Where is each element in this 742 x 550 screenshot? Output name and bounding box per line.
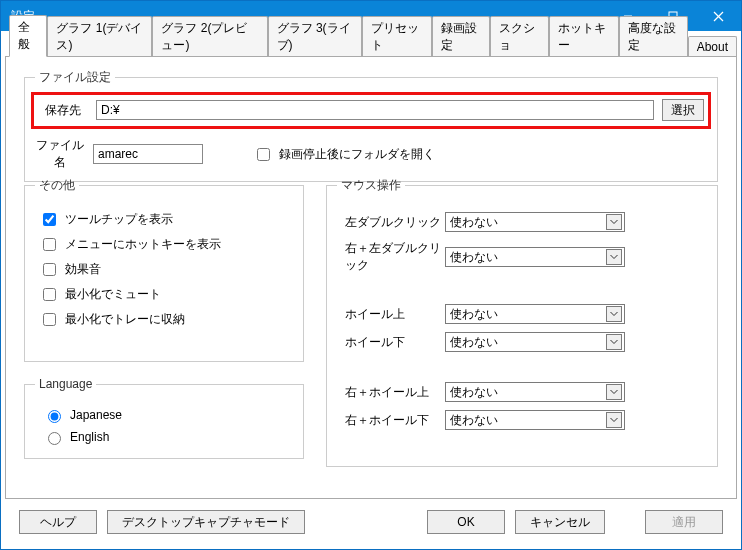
opt-sound[interactable]: 効果音 (39, 260, 293, 279)
save-path-row-highlight: 保存先 選択 (31, 92, 711, 129)
file-settings-legend: ファイル設定 (35, 69, 115, 86)
open-folder-after-stop-label: 録画停止後にフォルダを開く (279, 146, 435, 163)
desktop-capture-mode-button[interactable]: デスクトップキャプチャモード (107, 510, 305, 534)
help-button[interactable]: ヘルプ (19, 510, 97, 534)
tab-advanced[interactable]: 高度な設定 (619, 16, 688, 57)
opt-menu-hotkey-checkbox[interactable] (43, 238, 56, 251)
save-path-label: 保存先 (38, 102, 88, 119)
cancel-button[interactable]: キャンセル (515, 510, 605, 534)
language-legend: Language (35, 377, 96, 391)
language-group: Language Japanese English (24, 377, 304, 459)
lang-japanese[interactable]: Japanese (43, 407, 293, 423)
file-settings-group: ファイル設定 保存先 選択 ファイル名 録画停止後にフォルダを開く (24, 69, 718, 182)
tab-record[interactable]: 録画設定 (432, 16, 491, 57)
opt-tooltip[interactable]: ツールチップを表示 (39, 210, 293, 229)
chevron-down-icon (606, 306, 622, 322)
mouse-row-left-dbl: 左ダブルクリック 使わない (345, 212, 707, 232)
ok-button[interactable]: OK (427, 510, 505, 534)
browse-button[interactable]: 選択 (662, 99, 704, 121)
mouse-row-right-left-dbl: 右＋左ダブルクリック 使わない (345, 240, 707, 274)
opt-tooltip-checkbox[interactable] (43, 213, 56, 226)
chevron-down-icon (606, 334, 622, 350)
tab-graph3[interactable]: グラフ 3(ライブ) (268, 16, 363, 57)
close-button[interactable] (695, 1, 741, 31)
mouse-label-wheel-up: ホイール上 (345, 306, 445, 323)
mouse-label-right-wheel-up: 右＋ホイール上 (345, 384, 445, 401)
save-path-input[interactable] (96, 100, 654, 120)
mouse-label-left-dbl: 左ダブルクリック (345, 214, 445, 231)
opt-sound-checkbox[interactable] (43, 263, 56, 276)
open-folder-after-stop[interactable]: 録画停止後にフォルダを開く (253, 145, 435, 164)
mouse-combo-wheel-down[interactable]: 使わない (445, 332, 625, 352)
opt-minimize-mute[interactable]: 最小化でミュート (39, 285, 293, 304)
mouse-row-right-wheel-down: 右＋ホイール下 使わない (345, 410, 707, 430)
mouse-label-right-left-dbl: 右＋左ダブルクリック (345, 240, 445, 274)
mouse-combo-right-wheel-up[interactable]: 使わない (445, 382, 625, 402)
opt-minimize-tray-checkbox[interactable] (43, 313, 56, 326)
tab-general[interactable]: 全般 (9, 15, 47, 57)
tab-graph1[interactable]: グラフ 1(デバイス) (47, 16, 152, 57)
mouse-combo-right-wheel-down[interactable]: 使わない (445, 410, 625, 430)
opt-minimize-tray[interactable]: 最小化でトレーに収納 (39, 310, 293, 329)
mouse-label-wheel-down: ホイール下 (345, 334, 445, 351)
tab-preset[interactable]: プリセット (362, 16, 431, 57)
mouse-combo-wheel-up[interactable]: 使わない (445, 304, 625, 324)
tab-panel-general: ファイル設定 保存先 選択 ファイル名 録画停止後にフォルダを開く (5, 56, 737, 499)
lang-japanese-radio[interactable] (48, 410, 61, 423)
apply-button[interactable]: 適用 (645, 510, 723, 534)
opt-minimize-mute-checkbox[interactable] (43, 288, 56, 301)
lang-english[interactable]: English (43, 429, 293, 445)
filename-label: ファイル名 (35, 137, 85, 171)
dialog-footer: ヘルプ デスクトップキャプチャモード OK キャンセル 適用 (5, 499, 737, 545)
open-folder-after-stop-checkbox[interactable] (257, 148, 270, 161)
chevron-down-icon (606, 384, 622, 400)
filename-row: ファイル名 録画停止後にフォルダを開く (35, 137, 707, 171)
mouse-group: マウス操作 左ダブルクリック 使わない 右＋左ダブルクリック 使わない ホイール… (326, 177, 718, 467)
tab-hotkey[interactable]: ホットキー (549, 16, 618, 57)
tab-graph2[interactable]: グラフ 2(プレビュー) (152, 16, 267, 57)
mouse-legend: マウス操作 (337, 177, 405, 194)
mouse-row-wheel-up: ホイール上 使わない (345, 304, 707, 324)
opt-menu-hotkey[interactable]: メニューにホットキーを表示 (39, 235, 293, 254)
tab-about[interactable]: About (688, 36, 737, 57)
other-legend: その他 (35, 177, 79, 194)
tab-screenshot[interactable]: スクショ (490, 16, 549, 57)
mouse-combo-right-left-dbl[interactable]: 使わない (445, 247, 625, 267)
filename-input[interactable] (93, 144, 203, 164)
chevron-down-icon (606, 249, 622, 265)
mouse-label-right-wheel-down: 右＋ホイール下 (345, 412, 445, 429)
lang-english-radio[interactable] (48, 432, 61, 445)
settings-window: 設定 全般 グラフ 1(デバイス) グラフ 2(プレビュー) グラフ 3(ライブ… (0, 0, 742, 550)
client-area: 全般 グラフ 1(デバイス) グラフ 2(プレビュー) グラフ 3(ライブ) プ… (1, 31, 741, 549)
other-group: その他 ツールチップを表示 メニューにホットキーを表示 効果音 最小化でミュート… (24, 177, 304, 362)
chevron-down-icon (606, 412, 622, 428)
mouse-row-right-wheel-up: 右＋ホイール上 使わない (345, 382, 707, 402)
mouse-row-wheel-down: ホイール下 使わない (345, 332, 707, 352)
chevron-down-icon (606, 214, 622, 230)
tab-strip: 全般 グラフ 1(デバイス) グラフ 2(プレビュー) グラフ 3(ライブ) プ… (5, 34, 737, 56)
mouse-combo-left-dbl[interactable]: 使わない (445, 212, 625, 232)
